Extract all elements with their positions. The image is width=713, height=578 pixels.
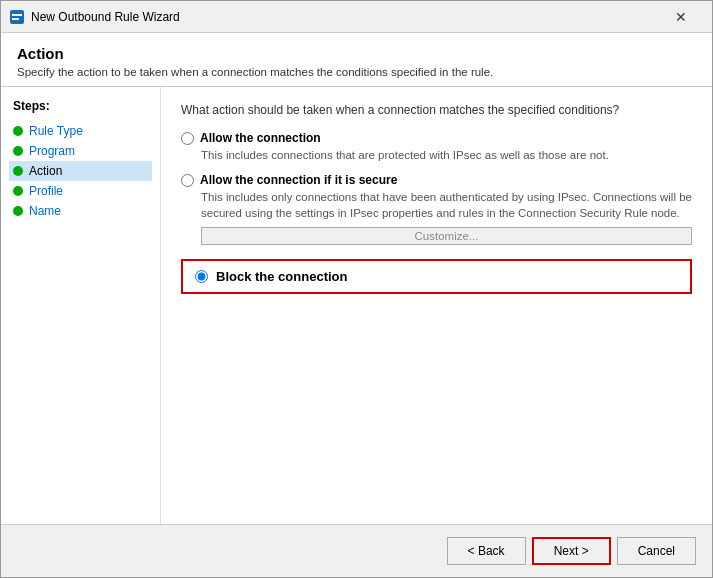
- wizard-window: New Outbound Rule Wizard ✕ Action Specif…: [0, 0, 713, 578]
- sidebar-label-rule-type: Rule Type: [29, 124, 83, 138]
- sidebar-label-name: Name: [29, 204, 61, 218]
- step-dot-rule-type: [13, 126, 23, 136]
- question-text: What action should be taken when a conne…: [181, 103, 692, 117]
- next-button[interactable]: Next >: [532, 537, 611, 565]
- sidebar-item-profile[interactable]: Profile: [9, 181, 152, 201]
- sidebar-item-program[interactable]: Program: [9, 141, 152, 161]
- label-allow[interactable]: Allow the connection: [200, 131, 321, 145]
- option-allow-label-row: Allow the connection: [181, 131, 692, 145]
- option-allow-secure-label-row: Allow the connection if it is secure: [181, 173, 692, 187]
- app-icon: [9, 9, 25, 25]
- svg-rect-1: [12, 14, 22, 16]
- title-bar: New Outbound Rule Wizard ✕: [1, 1, 712, 33]
- close-button[interactable]: ✕: [658, 1, 704, 33]
- page-title: Action: [17, 45, 696, 62]
- desc-allow: This includes connections that are prote…: [201, 147, 692, 163]
- option-allow: Allow the connection This includes conne…: [181, 131, 692, 163]
- main-panel: What action should be taken when a conne…: [161, 87, 712, 524]
- page-header: Action Specify the action to be taken wh…: [1, 33, 712, 87]
- block-option-box: Block the connection: [181, 259, 692, 294]
- title-bar-text: New Outbound Rule Wizard: [31, 10, 658, 24]
- sidebar-title: Steps:: [9, 99, 152, 113]
- svg-rect-0: [10, 10, 24, 24]
- sidebar-label-program: Program: [29, 144, 75, 158]
- sidebar-item-action[interactable]: Action: [9, 161, 152, 181]
- footer: < Back Next > Cancel: [1, 524, 712, 577]
- step-dot-profile: [13, 186, 23, 196]
- step-dot-program: [13, 146, 23, 156]
- option-block: Block the connection: [181, 255, 692, 294]
- label-block[interactable]: Block the connection: [216, 269, 347, 284]
- page-description: Specify the action to be taken when a co…: [17, 66, 696, 78]
- sidebar-label-profile: Profile: [29, 184, 63, 198]
- radio-allow-secure[interactable]: [181, 174, 194, 187]
- cancel-button[interactable]: Cancel: [617, 537, 696, 565]
- radio-allow[interactable]: [181, 132, 194, 145]
- sidebar-label-action: Action: [29, 164, 62, 178]
- sidebar-item-name[interactable]: Name: [9, 201, 152, 221]
- step-dot-action: [13, 166, 23, 176]
- radio-group: Allow the connection This includes conne…: [181, 131, 692, 294]
- back-button[interactable]: < Back: [447, 537, 526, 565]
- step-dot-name: [13, 206, 23, 216]
- option-allow-secure: Allow the connection if it is secure Thi…: [181, 173, 692, 245]
- content-area: Steps: Rule Type Program Action Profile …: [1, 87, 712, 524]
- svg-rect-2: [12, 18, 19, 20]
- desc-allow-secure: This includes only connections that have…: [201, 189, 692, 221]
- sidebar-item-rule-type[interactable]: Rule Type: [9, 121, 152, 141]
- label-allow-secure[interactable]: Allow the connection if it is secure: [200, 173, 397, 187]
- customize-button[interactable]: Customize...: [201, 227, 692, 245]
- sidebar: Steps: Rule Type Program Action Profile …: [1, 87, 161, 524]
- radio-block[interactable]: [195, 270, 208, 283]
